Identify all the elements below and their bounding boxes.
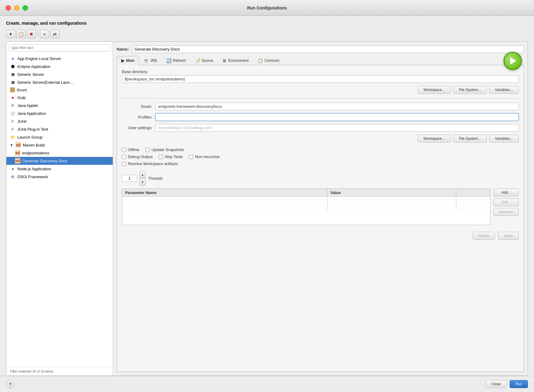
base-dir-label: Base directory: [122, 69, 148, 74]
junit-plugin-icon: J↑ [10, 126, 16, 132]
non-recursive-label: Non-recursive [195, 154, 220, 159]
sidebar-item-osgi[interactable]: ⊕ OSGi Framework [6, 173, 113, 181]
remove-param-button[interactable]: Remove [493, 208, 519, 216]
main-content: Create, manage, and run configurations ✦… [0, 16, 534, 376]
user-settings-input[interactable] [155, 124, 519, 132]
param-area: Parameter Name Value [122, 189, 519, 225]
name-row: Name: [117, 45, 524, 53]
sidebar-item-launch-group[interactable]: 📁 Launch Group [6, 133, 113, 141]
close-button[interactable]: Close [486, 380, 507, 388]
variables-button-1[interactable]: Variables... [489, 86, 519, 94]
checkbox-row-1: Offline Update Snapshots [122, 147, 519, 152]
tab-refresh[interactable]: 🔄 Refresh [162, 56, 190, 65]
sidebar-item-label: Java Application [17, 111, 46, 116]
sidebar-item-junit[interactable]: J↑ JUnit [6, 117, 113, 125]
sidebar-item-generate-discovery-docs[interactable]: m2 Generate Discovery Docs [6, 157, 113, 165]
sidebar-item-generic-server[interactable]: ▦ Generic Server [6, 70, 113, 78]
sidebar-item-label: Eclipse Application [17, 64, 50, 69]
tab-main[interactable]: ▶ Main [117, 56, 139, 65]
config-pane: Name: ▶ Main ☕ JRE 🔄 Refresh [113, 42, 528, 376]
sidebar-item-eclipse-app[interactable]: ⬟ Eclipse Application [6, 62, 113, 70]
param-table: Parameter Name Value [122, 189, 490, 210]
param-buttons: Add... Edit... Remove [493, 189, 519, 216]
checkbox-resolve-workspace[interactable]: Resolve Workspace artifacts [122, 161, 178, 166]
tab-environment[interactable]: 🖥 Environment [218, 56, 253, 65]
user-settings-buttons: Workspace... File System... Variables... [122, 135, 519, 143]
checkbox-update-snapshots[interactable]: Update Snapshots [145, 147, 184, 152]
variables-button-2[interactable]: Variables... [489, 135, 519, 143]
non-recursive-checkbox[interactable] [189, 155, 193, 159]
checkbox-non-recursive[interactable]: Non-recursive [189, 154, 220, 159]
checkbox-offline[interactable]: Offline [122, 147, 139, 152]
checkbox-row-2: Debug Output Skip Tests Non-recursive [122, 154, 519, 159]
collapse-button[interactable]: ▪ [40, 30, 49, 38]
delete-config-button[interactable]: ✖ [27, 30, 36, 38]
checkbox-skip-tests[interactable]: Skip Tests [159, 154, 183, 159]
threads-up-button[interactable]: ▲ [140, 171, 146, 178]
tab-label: Refresh [173, 58, 186, 63]
add-param-button[interactable]: Add... [493, 189, 519, 196]
tab-bar: ▶ Main ☕ JRE 🔄 Refresh 📝 Source [117, 56, 524, 65]
new-config-button[interactable]: ✦ [6, 30, 15, 38]
app-engine-icon: ● [10, 56, 16, 61]
sidebar-item-gulp[interactable]: ● Gulp [6, 94, 113, 101]
filter-input[interactable] [9, 44, 110, 51]
sidebar-list: ● App Engine Local Server ⬟ Eclipse Appl… [6, 54, 113, 367]
goals-input[interactable] [155, 103, 519, 110]
run-button[interactable]: Run [510, 380, 528, 388]
sidebar-item-label: endpointsdemo [22, 151, 49, 155]
close-window-button[interactable] [5, 5, 11, 11]
help-button[interactable]: ? [6, 380, 15, 388]
maximize-window-button[interactable] [23, 5, 28, 11]
sidebar-item-nodejs[interactable]: ● Node.js Application [6, 165, 113, 173]
sidebar-item-label: Generate Discovery Docs [22, 159, 67, 163]
run-play-button[interactable] [504, 52, 522, 70]
copy-config-button[interactable]: 📋 [16, 30, 26, 38]
generic-server-ext-icon: ▦ [10, 79, 16, 85]
generate-docs-icon: m2 [15, 158, 20, 164]
sidebar-item-generic-server-ext[interactable]: ▦ Generic Server(External Laun… [6, 78, 113, 86]
edit-param-button[interactable]: Edit... [493, 198, 519, 206]
update-snapshots-checkbox[interactable] [145, 148, 150, 152]
filter-button[interactable]: ⇄ [50, 30, 59, 38]
sidebar-item-maven-build[interactable]: ▼ m2 Maven Build [6, 141, 113, 149]
threads-spinner[interactable]: ▲ ▼ [140, 171, 146, 185]
minimize-window-button[interactable] [14, 5, 19, 11]
threads-down-button[interactable]: ▼ [140, 178, 146, 185]
resolve-workspace-checkbox[interactable] [122, 162, 126, 166]
file-system-button-1[interactable]: File System... [453, 86, 487, 94]
param-col-name: Parameter Name [122, 189, 327, 197]
checkbox-debug-output[interactable]: Debug Output [122, 154, 153, 159]
offline-label: Offline [128, 147, 139, 152]
checkboxes-section: Offline Update Snapshots Debug Output [122, 146, 519, 168]
sidebar-item-endpointsdemo[interactable]: m2 endpointsdemo [6, 149, 113, 157]
table-row [122, 200, 490, 203]
sidebar-item-java-application[interactable]: ⬜ Java Application [6, 109, 113, 117]
tab-jre[interactable]: ☕ JRE [139, 56, 162, 65]
threads-input[interactable] [122, 175, 137, 182]
skip-tests-checkbox[interactable] [159, 155, 163, 159]
goals-label: Goals: [122, 104, 152, 109]
param-col-extra [456, 189, 490, 197]
tab-common[interactable]: 📋 Common [253, 56, 284, 65]
workspace-button-1[interactable]: Workspace... [418, 86, 451, 94]
sidebar-footer: Filter matched 16 of 16 items [6, 367, 113, 376]
workspace-button-2[interactable]: Workspace... [418, 135, 451, 143]
revert-button[interactable]: Revert [473, 232, 495, 240]
offline-checkbox[interactable] [122, 148, 126, 152]
sidebar-item-junit-plugin[interactable]: J↑ JUnit Plug-in Test [6, 125, 113, 133]
tab-source[interactable]: 📝 Source [190, 56, 218, 65]
profiles-input[interactable] [155, 113, 519, 121]
sidebar-item-label: JUnit Plug-in Test [17, 127, 48, 132]
maven-icon: m2 [16, 142, 21, 148]
sidebar-item-java-applet[interactable]: ☕ Java Applet [6, 101, 113, 109]
base-dir-input[interactable] [122, 75, 519, 83]
file-system-button-2[interactable]: File System... [453, 135, 487, 143]
debug-output-checkbox[interactable] [122, 155, 126, 159]
sidebar-item-grunt[interactable]: Grunt [6, 86, 113, 94]
sidebar-item-label: Launch Group [17, 135, 42, 139]
sidebar-item-label: Maven Build [23, 143, 45, 147]
sidebar-item-app-engine[interactable]: ● App Engine Local Server [6, 55, 113, 62]
apply-button[interactable]: Apply [498, 232, 519, 240]
name-input[interactable] [132, 45, 524, 53]
